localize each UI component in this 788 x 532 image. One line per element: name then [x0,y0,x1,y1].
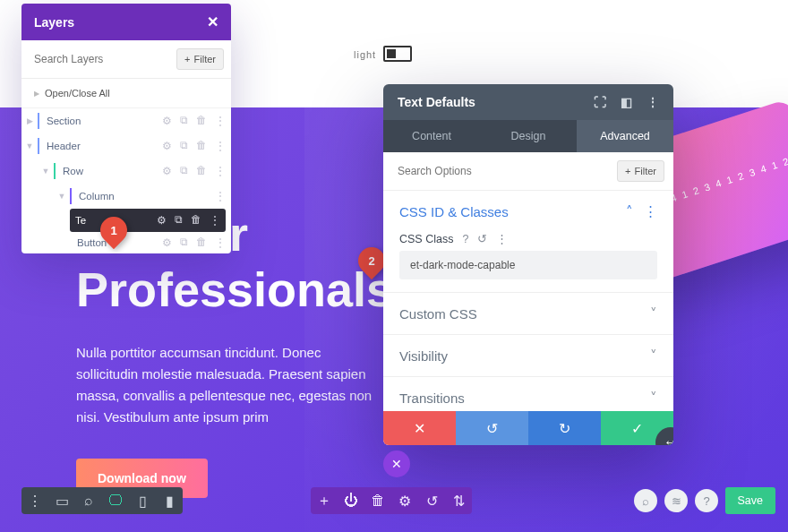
settings-tabs: Content Design Advanced [383,120,673,152]
gear-icon[interactable]: ⚙ [162,140,172,152]
plus-icon: + [184,54,190,64]
layer-section[interactable]: ▶ Section ⚙ ⧉ 🗑 ⋮ [21,108,231,133]
chevron-down-icon: ▼ [38,167,54,176]
chevron-down-icon: ˅ [650,390,657,406]
more-icon[interactable]: ⋮ [215,236,226,249]
trash-icon[interactable]: 🗑 [196,115,207,127]
chevron-down-icon: ▼ [21,142,38,150]
chevron-down-icon: ˅ [650,348,657,364]
settings-title: Text Defaults [398,95,475,109]
layer-text-active[interactable]: Te ⚙ ⧉ 🗑 ⋮ [70,209,226,232]
save-button[interactable]: Save [725,487,776,514]
gear-icon[interactable]: ⚙ [162,115,172,127]
layers-panel: Layers ✕ + Filter ▶ Open/Close All ▶ Sec… [21,4,231,253]
more-icon[interactable]: ⋮ [215,190,226,202]
section-visibility[interactable]: Visibility ˅ [383,335,673,376]
section-custom-css[interactable]: Custom CSS ˅ [383,293,673,334]
duplicate-icon[interactable]: ⧉ [175,214,183,227]
chevron-right-icon: ▶ [21,116,38,125]
trash-icon[interactable]: 🗑 [196,140,207,152]
light-toggle[interactable] [383,46,412,62]
expand-icon[interactable]: ⛶ [594,95,606,109]
add-icon[interactable]: ＋ [311,487,338,514]
duplicate-icon[interactable]: ⧉ [180,165,188,177]
more-icon[interactable]: ⋮ [210,214,220,227]
more-icon[interactable]: ⋮ [215,140,226,152]
section-transitions[interactable]: Transitions ˅ [383,377,673,411]
redo-button[interactable]: ↻ [528,411,601,445]
tab-design[interactable]: Design [480,120,577,152]
reset-icon[interactable]: ↺ [477,232,487,245]
settings-action-row: ✕ ↺ ↻ ✓ [383,411,673,445]
layers-filter-button[interactable]: + Filter [176,48,224,70]
history-icon[interactable]: ↺ [418,487,445,514]
settings-header: Text Defaults ⛶ ◧ ⋮ [383,84,673,120]
zoom-icon[interactable]: ⌕ [75,487,102,514]
panel-icon[interactable]: ◧ [621,95,632,109]
more-icon[interactable]: ⋮ [496,232,508,245]
layers-search-input[interactable] [29,47,176,71]
trash-icon[interactable]: 🗑 [196,236,207,249]
sort-icon[interactable]: ⇅ [445,487,472,514]
close-circle-button[interactable]: ✕ [383,450,410,477]
helper-circles: ⌕ ≋ ? [634,489,718,512]
gear-icon[interactable]: ⚙ [391,487,418,514]
layers-title: Layers [34,15,74,30]
help-icon[interactable]: ? [462,233,468,245]
layer-header[interactable]: ▼ Header ⚙ ⧉ 🗑 ⋮ [21,133,231,159]
duplicate-icon[interactable]: ⧉ [180,140,188,152]
more-icon[interactable]: ⋮ [21,487,48,514]
search-icon[interactable]: ⌕ [634,489,657,512]
chevron-up-icon: ˄ [626,203,633,219]
trash-icon[interactable]: 🗑 [196,165,207,177]
chevron-right-icon: ▶ [34,90,39,98]
close-icon[interactable]: ✕ [207,13,218,30]
gear-icon[interactable]: ⚙ [162,236,172,249]
more-icon[interactable]: ⋮ [215,165,226,177]
tab-content[interactable]: Content [383,120,480,152]
css-class-label: CSS Class ? ↺ ⋮ [383,232,673,251]
chevron-down-icon: ▼ [54,192,70,201]
settings-panel: Text Defaults ⛶ ◧ ⋮ Content Design Advan… [383,84,673,445]
trash-icon[interactable]: 🗑 [191,214,201,227]
desktop-icon[interactable]: 🖵 [102,487,129,514]
more-icon[interactable]: ⋮ [644,203,657,219]
duplicate-icon[interactable]: ⧉ [180,236,188,249]
chevron-down-icon: ˅ [650,305,657,322]
tab-advanced[interactable]: Advanced [577,120,673,152]
layer-column[interactable]: ▼ Column ⋮ [21,184,231,209]
more-icon[interactable]: ⋮ [215,115,226,127]
settings-filter-button[interactable]: + Filter [617,160,664,182]
gear-icon[interactable]: ⚙ [157,214,167,227]
view-toolbar: ⋮ ▭ ⌕ 🖵 ▯ ▮ [21,487,183,514]
help-icon[interactable]: ? [695,489,718,512]
duplicate-icon[interactable]: ⧉ [180,115,188,127]
section-css-id-classes[interactable]: CSS ID & Classes ˄ ⋮ [383,191,673,232]
layers-icon[interactable]: ≋ [664,489,688,512]
settings-search-input[interactable] [392,159,617,183]
layer-row[interactable]: ▼ Row ⚙ ⧉ 🗑 ⋮ [21,159,231,184]
gear-icon[interactable]: ⚙ [162,165,172,177]
light-label: light [354,49,376,60]
trash-icon[interactable]: 🗑 [364,487,391,514]
plus-icon: + [625,166,630,176]
undo-button[interactable]: ↺ [456,411,528,445]
power-icon[interactable]: ⏻ [338,487,364,514]
wireframe-icon[interactable]: ▭ [48,487,75,514]
phone-icon[interactable]: ▮ [156,487,183,514]
more-icon[interactable]: ⋮ [647,95,659,109]
css-class-input[interactable]: et-dark-mode-capable [399,251,657,279]
cancel-button[interactable]: ✕ [383,411,456,445]
open-close-all[interactable]: ▶ Open/Close All [21,79,231,108]
tablet-icon[interactable]: ▯ [129,487,156,514]
builder-toolbar: ＋ ⏻ 🗑 ⚙ ↺ ⇅ [311,487,472,514]
layers-header: Layers ✕ [21,4,231,40]
hero-body: Nulla porttitor accumsan tincidunt. Done… [76,342,381,428]
